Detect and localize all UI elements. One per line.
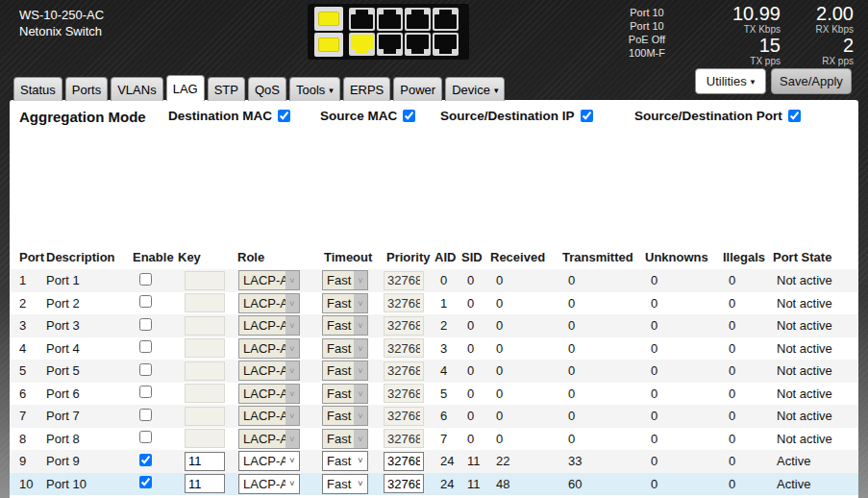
chevron-down-icon: ˅ <box>285 339 299 358</box>
sid-cell: 0 <box>461 428 490 451</box>
illegals-cell: 0 <box>723 269 773 292</box>
role-select-value: LACP-A <box>239 409 285 423</box>
enable-checkbox[interactable] <box>139 409 152 421</box>
port-state-cell: Not active <box>773 428 858 451</box>
chevron-down-icon: ˅ <box>354 452 367 470</box>
enable-checkbox[interactable] <box>139 431 152 443</box>
chevron-down-icon: ˅ <box>285 316 299 335</box>
port-state-cell: Active <box>773 450 858 473</box>
rj45-port <box>377 33 403 56</box>
key-input[interactable] <box>185 452 225 471</box>
aggregation-checkbox[interactable] <box>403 110 415 122</box>
key-cell <box>178 314 237 337</box>
description-cell: Port 8 <box>46 428 133 451</box>
key-cell <box>178 405 237 428</box>
stat-label: RX pps <box>786 56 854 66</box>
port-status-panel <box>308 4 469 60</box>
tab-erps[interactable]: ERPS <box>343 77 390 101</box>
enable-checkbox[interactable] <box>139 295 152 308</box>
illegals-cell: 0 <box>723 360 773 383</box>
timeout-select: Fast ˅ <box>322 315 368 336</box>
timeout-select[interactable]: Fast ˅ <box>322 451 368 471</box>
role-cell: LACP-A ˅ <box>237 450 322 473</box>
stat-value: 10.99 <box>713 4 781 24</box>
enable-checkbox[interactable] <box>139 340 152 353</box>
device-model: WS-10-250-AC <box>19 7 104 23</box>
enable-checkbox[interactable] <box>139 476 152 488</box>
tab-vlans[interactable]: VLANs <box>111 77 162 101</box>
tab-status[interactable]: Status <box>13 77 62 101</box>
timeout-select: Fast ˅ <box>322 338 368 359</box>
save-apply-button[interactable]: Save/Apply <box>771 68 852 94</box>
description-cell: Port 6 <box>46 383 133 406</box>
chevron-down-icon: ˅ <box>285 452 299 470</box>
enable-checkbox[interactable] <box>139 318 152 331</box>
aid-cell: 1 <box>434 292 461 315</box>
tab-ports[interactable]: Ports <box>65 77 108 101</box>
lag-table-wrap: PortDescriptionEnableKeyRoleTimeoutPrior… <box>10 244 858 495</box>
description-cell: Port 3 <box>46 314 133 337</box>
timeout-cell: Fast ˅ <box>322 360 384 383</box>
table-row: 8 Port 8 LACP-A ˅ Fast ˅ 7 0 0 0 0 0 Not… <box>10 428 858 451</box>
tab-label: LAG <box>173 82 198 96</box>
aggregation-checkbox[interactable] <box>278 110 290 122</box>
stat-label: RX Kbps <box>786 24 854 35</box>
role-select[interactable]: LACP-A ˅ <box>238 451 300 471</box>
sid-cell: 0 <box>461 314 490 337</box>
role-select[interactable]: LACP-A ˅ <box>238 474 300 494</box>
aggregation-checkbox[interactable] <box>581 110 593 122</box>
table-row: 5 Port 5 LACP-A ˅ Fast ˅ 4 0 0 0 0 0 Not… <box>10 360 858 383</box>
sfp-port-led <box>318 37 339 52</box>
port-state-cell: Not active <box>773 360 858 383</box>
priority-input[interactable] <box>384 474 424 493</box>
description-cell: Port 4 <box>46 337 133 361</box>
role-select: LACP-A ˅ <box>238 338 300 359</box>
sid-cell: 0 <box>461 360 490 383</box>
key-cell <box>178 383 237 406</box>
table-row: 6 Port 6 LACP-A ˅ Fast ˅ 5 0 0 0 0 0 Not… <box>10 383 858 406</box>
key-input[interactable] <box>185 474 225 493</box>
illegals-cell: 0 <box>723 450 773 473</box>
received-cell: 0 <box>490 314 562 337</box>
sid-cell: 0 <box>461 269 490 292</box>
dropdown-caret-icon: ▾ <box>494 86 499 95</box>
transmitted-cell: 33 <box>562 450 645 473</box>
sid-cell: 0 <box>461 292 490 315</box>
aid-cell: 6 <box>434 405 461 428</box>
role-select-value: LACP-A <box>239 386 285 401</box>
tab-qos[interactable]: QoS <box>248 77 286 101</box>
tab-stp[interactable]: STP <box>208 77 245 101</box>
chevron-down-icon: ˅ <box>285 361 299 380</box>
priority-input <box>384 293 424 312</box>
traffic-stats: 10.99TX Kbps2.00RX Kbps15TX pps2RX pps <box>713 4 854 66</box>
enable-checkbox[interactable] <box>139 363 152 376</box>
description-cell: Port 7 <box>46 405 133 428</box>
enable-checkbox[interactable] <box>139 386 152 398</box>
enable-checkbox[interactable] <box>139 273 152 286</box>
utilities-button[interactable]: Utilities▾ <box>695 68 766 94</box>
role-cell: LACP-A ˅ <box>237 405 322 428</box>
port-number-cell: 9 <box>10 450 46 473</box>
priority-input[interactable] <box>384 452 424 471</box>
role-cell: LACP-A ˅ <box>237 269 322 292</box>
tab-tools[interactable]: Tools▾ <box>289 77 340 101</box>
rj45-port <box>349 8 375 31</box>
tab-device[interactable]: Device▾ <box>445 77 505 101</box>
tab-power[interactable]: Power <box>393 77 442 101</box>
column-header: Received <box>490 244 562 269</box>
role-select: LACP-A ˅ <box>238 406 300 426</box>
stat-label: TX pps <box>713 56 781 66</box>
unknowns-cell: 0 <box>645 450 723 473</box>
rj45-port <box>433 33 459 56</box>
port-number-cell: 7 <box>10 405 46 428</box>
timeout-select[interactable]: Fast ˅ <box>322 474 368 494</box>
tab-lag[interactable]: LAG <box>166 75 205 101</box>
enable-cell <box>133 269 178 292</box>
aggregation-checkbox[interactable] <box>788 110 801 122</box>
illegals-cell: 0 <box>723 337 773 361</box>
port-number-cell: 2 <box>10 292 46 315</box>
illegals-cell: 0 <box>723 405 773 428</box>
table-row: 3 Port 3 LACP-A ˅ Fast ˅ 2 0 0 0 0 0 Not… <box>10 314 858 337</box>
enable-checkbox[interactable] <box>139 454 152 466</box>
port-number-cell: 6 <box>10 383 46 406</box>
